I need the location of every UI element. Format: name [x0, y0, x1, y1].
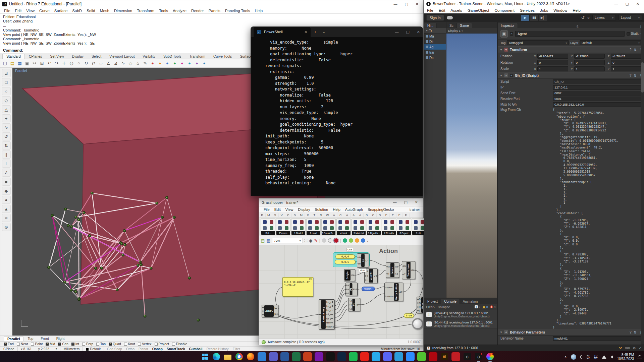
output-grip[interactable]: [276, 313, 278, 315]
rhino-toolbar-icon[interactable]: ◎: [68, 60, 75, 67]
component-category-tab[interactable]: Set...: [261, 218, 275, 235]
taskbar-app-icon[interactable]: [337, 352, 346, 361]
grasshopper-menu-item[interactable]: Display: [296, 207, 312, 212]
status-toggle[interactable]: Filter: [233, 347, 240, 351]
component-category-tab[interactable]: 3.Cross Se...: [321, 218, 336, 235]
letter-tab[interactable]: S: [272, 214, 279, 217]
rhino-toolbar-icon[interactable]: ∠: [105, 60, 112, 67]
letter-tab[interactable]: X: [305, 214, 312, 217]
rhino-tool-icon[interactable]: ⇅: [2, 141, 11, 149]
enabled-checkbox[interactable]: ✓: [510, 74, 513, 77]
input-grip[interactable]: [417, 306, 419, 308]
layout-dropdown[interactable]: Layout: [619, 15, 642, 21]
help-icon[interactable]: ?: [630, 74, 632, 77]
input-grip[interactable]: [402, 265, 404, 267]
rhino-toolbar-icon[interactable]: ⌂: [135, 60, 141, 67]
rhino-tool-icon[interactable]: ▲: [2, 205, 11, 213]
rhino-toolbar-tab[interactable]: Transform: [185, 54, 209, 59]
field-value[interactable]: 6002: [553, 91, 642, 96]
construct-point-component[interactable]: XYZ Pt Pt: [345, 283, 358, 296]
input-grip[interactable]: [365, 280, 366, 281]
presets-icon[interactable]: ⇅: [634, 330, 637, 334]
taskbar-app-icon[interactable]: [360, 352, 369, 361]
letter-tab[interactable]: E: [383, 214, 390, 217]
rhino-tool-icon[interactable]: □: [2, 78, 11, 86]
rhino-toolbar-icon[interactable]: ▤: [9, 60, 16, 67]
rhino-menu-item[interactable]: Solid: [84, 9, 98, 13]
preview-eye-icon[interactable]: ◉: [309, 238, 312, 243]
wire-relay-rotation[interactable]: rotation ▸: [362, 287, 375, 291]
osnap-toggle[interactable]: ✓Vertex: [138, 342, 151, 346]
panel-origin-point[interactable]: 0,0,0: [335, 254, 355, 259]
taskbar-app-icon[interactable]: [383, 352, 392, 361]
foldout-icon[interactable]: ▼: [500, 331, 502, 334]
input-grip[interactable]: [319, 314, 321, 315]
letter-tab[interactable]: C: [370, 214, 377, 217]
unity-menu-item[interactable]: Help: [570, 8, 583, 12]
taskbar-app-icon[interactable]: ◇: [463, 352, 472, 361]
unity-menu-item[interactable]: Services: [517, 8, 537, 12]
preview-off-icon[interactable]: [322, 238, 326, 243]
solver-icon[interactable]: [343, 238, 347, 243]
osnap-toggle[interactable]: ✓Perp: [82, 342, 93, 346]
status-toggle[interactable]: Gumball: [189, 347, 202, 351]
tab-dropdown-icon[interactable]: ⌄: [320, 30, 328, 34]
component-category-tab[interactable]: 7.Results: [382, 218, 396, 235]
input-grip[interactable]: [417, 310, 419, 311]
rhino-toolbar-icon[interactable]: ●: [179, 60, 185, 67]
input-grip[interactable]: [365, 275, 366, 277]
unity-menu-item[interactable]: Jobs: [537, 8, 551, 12]
clear-button[interactable]: Clear: [426, 305, 435, 309]
output-grip[interactable]: [275, 308, 277, 309]
output-grip[interactable]: [331, 318, 333, 319]
rhino-menu-item[interactable]: Help: [252, 9, 265, 13]
unity-menu-item[interactable]: Edit: [436, 8, 448, 12]
input-grip[interactable]: [262, 307, 264, 308]
y-field[interactable]: 0: [574, 60, 605, 65]
save-file-icon[interactable]: ▦: [266, 238, 270, 243]
rhino-menu-item[interactable]: File: [2, 9, 13, 13]
rhino-tool-icon[interactable]: ◆: [2, 187, 11, 195]
grasshopper-menu-item[interactable]: File: [261, 207, 272, 212]
input-grip[interactable]: [385, 287, 386, 288]
extract-msg-component[interactable]: Extract msg loc_xloc_yloc_zrot_xrot_yres…: [319, 299, 335, 329]
component-category-tab[interactable]: Params: [276, 218, 290, 235]
foldout-icon[interactable]: ▼: [500, 48, 502, 51]
letter-tab[interactable]: W: [324, 214, 331, 217]
osnap-toggle[interactable]: ✓End: [4, 342, 14, 346]
hierarchy-item[interactable]: Ag: [424, 44, 446, 50]
units-label[interactable]: Millimeters: [60, 347, 83, 351]
letter-tab[interactable]: S: [292, 214, 299, 217]
component-category-tab[interactable]: 2.Load: [306, 218, 321, 235]
status-toggle[interactable]: Record History: [206, 347, 228, 351]
view-tab[interactable]: Game: [457, 23, 472, 28]
view-tab[interactable]: Sc: [446, 23, 457, 28]
gameobject-name-field[interactable]: Agent: [515, 31, 625, 37]
taskbar-app-icon[interactable]: [303, 352, 312, 361]
taskbar-app-icon[interactable]: [429, 352, 437, 361]
letter-tab[interactable]: C: [337, 214, 344, 217]
output-grip[interactable]: [332, 310, 333, 311]
osnap-toggle[interactable]: ✓Cen: [58, 342, 68, 346]
field-value[interactable]: Gh_IO: [553, 79, 642, 84]
unity-menu-item[interactable]: GameObject: [465, 8, 492, 12]
automation-icon[interactable]: ⚙: [633, 346, 636, 350]
hierarchy-item[interactable]: trai: [424, 50, 446, 55]
input-grip[interactable]: [358, 263, 359, 264]
rhino-toolbar-icon[interactable]: ●: [194, 60, 200, 67]
input-grip[interactable]: [346, 293, 347, 294]
letter-tab[interactable]: C: [285, 214, 292, 217]
viewport-tab[interactable]: Front: [37, 337, 52, 341]
taskbar-app-icon[interactable]: [349, 352, 358, 361]
rhino-toolbar-icon[interactable]: ⊿: [112, 60, 119, 67]
rhino-tool-icon[interactable]: +: [2, 114, 11, 122]
transform-component-header[interactable]: ▼ ✛ Transform ?⇅⋮: [498, 46, 644, 53]
panel-true[interactable]: true: [404, 313, 414, 318]
gameobject-cube-icon[interactable]: ▣: [500, 30, 508, 38]
maximize-icon[interactable]: ▢: [404, 200, 407, 204]
osnap-toggle[interactable]: ✓Project: [155, 342, 169, 346]
hierarchy-item[interactable]: Dc: [424, 55, 446, 60]
taskbar-app-icon[interactable]: [372, 352, 380, 361]
transform-component[interactable]: GT Transform G: [402, 261, 415, 279]
layer-dropdown[interactable]: Default: [580, 40, 642, 45]
